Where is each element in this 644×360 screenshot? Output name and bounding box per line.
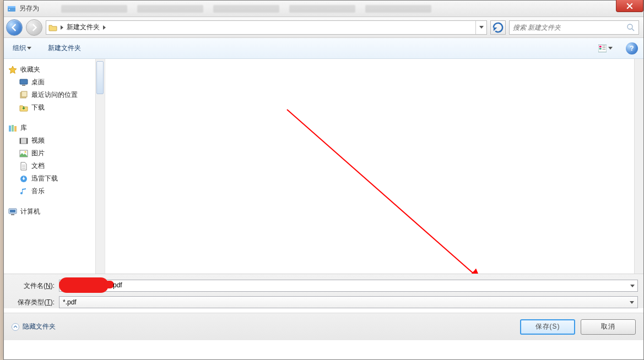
close-icon xyxy=(626,3,633,9)
tree-node-desktop[interactable]: 桌面 xyxy=(8,76,105,89)
library-icon xyxy=(8,124,17,133)
star-icon xyxy=(8,66,17,74)
tree-node-computer[interactable]: 计算机 xyxy=(8,205,105,218)
cancel-button[interactable]: 取消 xyxy=(581,319,636,335)
tree-node-favorites[interactable]: 收藏夹 xyxy=(8,63,105,76)
filetype-dropdown-icon xyxy=(627,298,636,307)
folder-icon xyxy=(48,23,57,32)
new-folder-label: 新建文件夹 xyxy=(48,43,81,53)
save-button[interactable]: 保存(S) xyxy=(520,319,575,335)
file-list-area[interactable] xyxy=(105,59,643,274)
save-as-dialog: 另存为 新建文件夹 组织 xyxy=(3,0,644,360)
xunlei-label: 迅雷下载 xyxy=(31,174,58,183)
refresh-button[interactable] xyxy=(490,20,506,35)
document-label: 文档 xyxy=(31,161,45,171)
svg-point-2 xyxy=(9,9,10,10)
tree-node-picture[interactable]: 图片 xyxy=(8,147,105,160)
address-dropdown[interactable] xyxy=(475,21,486,34)
svg-line-4 xyxy=(632,29,634,31)
view-options-button[interactable] xyxy=(598,42,613,55)
svg-rect-8 xyxy=(603,46,606,46)
sidebar: 收藏夹 桌面 最近访问的位置 下载 xyxy=(4,59,105,274)
filename-input[interactable] xyxy=(59,280,638,292)
filetype-label: 保存类型(T): xyxy=(9,298,59,307)
scrollbar-thumb[interactable] xyxy=(96,61,104,94)
breadcrumb-sep-2 xyxy=(102,24,107,31)
tree-node-music[interactable]: 音乐 xyxy=(8,185,105,198)
help-icon: ? xyxy=(630,45,634,52)
tree-node-libraries[interactable]: 库 xyxy=(8,122,105,134)
tree-node-downloads[interactable]: 下载 xyxy=(8,101,105,114)
close-button[interactable] xyxy=(616,0,643,12)
filename-label: 文件名(N): xyxy=(9,281,59,291)
help-button[interactable]: ? xyxy=(626,42,638,54)
document-icon xyxy=(19,162,28,171)
search-icon xyxy=(626,23,635,32)
nav-back-button[interactable] xyxy=(6,19,23,36)
nav-forward-button[interactable] xyxy=(26,19,42,36)
picture-label: 图片 xyxy=(31,149,45,158)
new-folder-button[interactable]: 新建文件夹 xyxy=(45,41,84,55)
video-icon xyxy=(19,137,28,145)
computer-label: 计算机 xyxy=(20,207,40,216)
svg-rect-28 xyxy=(10,210,15,212)
video-label: 视频 xyxy=(31,136,45,145)
libraries-label: 库 xyxy=(20,123,27,133)
svg-rect-18 xyxy=(20,138,28,144)
picture-icon xyxy=(19,149,28,158)
nav-tree: 收藏夹 桌面 最近访问的位置 下载 xyxy=(4,59,105,222)
svg-point-3 xyxy=(627,24,632,29)
svg-rect-7 xyxy=(599,48,602,50)
background-tabs xyxy=(61,5,431,13)
refresh-icon xyxy=(491,20,505,35)
save-form: 文件名(N): pdf 保存类型(T): *.pdf xyxy=(4,274,643,308)
search-box[interactable] xyxy=(509,20,639,35)
main-area: 收藏夹 桌面 最近访问的位置 下载 xyxy=(4,59,643,274)
filename-field-wrap: pdf xyxy=(59,280,638,292)
hide-folders-toggle[interactable]: 隐藏文件夹 xyxy=(12,322,56,331)
svg-rect-14 xyxy=(21,91,27,97)
view-icon xyxy=(598,45,607,52)
address-bar[interactable]: 新建文件夹 xyxy=(46,20,487,35)
tree-node-document[interactable]: 文档 xyxy=(8,160,105,172)
svg-rect-11 xyxy=(20,79,28,84)
svg-rect-17 xyxy=(14,126,17,132)
svg-rect-20 xyxy=(26,138,28,144)
app-icon xyxy=(7,4,16,13)
xunlei-icon xyxy=(19,174,28,183)
svg-rect-29 xyxy=(11,214,14,215)
tree-node-recent[interactable]: 最近访问的位置 xyxy=(8,89,105,101)
breadcrumb-sep xyxy=(59,24,64,31)
cancel-label: 取消 xyxy=(601,322,615,331)
svg-rect-6 xyxy=(599,46,602,47)
breadcrumb-item[interactable]: 新建文件夹 xyxy=(67,23,100,32)
tree-node-xunlei[interactable]: 迅雷下载 xyxy=(8,172,105,185)
chevron-down-icon xyxy=(27,47,31,50)
svg-rect-15 xyxy=(9,126,11,132)
organize-menu[interactable]: 组织 xyxy=(9,41,35,55)
organize-label: 组织 xyxy=(13,43,26,53)
arrow-left-icon xyxy=(10,24,18,31)
filetype-select[interactable]: *.pdf xyxy=(59,296,638,308)
favorites-label: 收藏夹 xyxy=(20,65,40,74)
svg-rect-9 xyxy=(603,47,606,48)
svg-line-30 xyxy=(287,110,480,274)
titlebar: 另存为 xyxy=(4,1,643,17)
sidebar-scrollbar[interactable] xyxy=(95,59,105,274)
nav-bar: 新建文件夹 xyxy=(4,17,643,38)
file-scrollbar[interactable] xyxy=(634,59,643,274)
tree-node-video[interactable]: 视频 xyxy=(8,134,105,147)
svg-point-22 xyxy=(25,151,26,152)
filename-redaction xyxy=(59,277,109,293)
tree-group-computer: 计算机 xyxy=(8,205,105,218)
filename-row: 文件名(N): pdf xyxy=(9,280,638,292)
tree-group-libraries: 库 视频 图片 文档 迅 xyxy=(8,122,105,198)
svg-rect-19 xyxy=(20,138,21,144)
recent-label: 最近访问的位置 xyxy=(31,90,78,100)
window-title: 另存为 xyxy=(19,4,39,13)
downloads-label: 下载 xyxy=(31,103,45,112)
filename-dropdown[interactable] xyxy=(628,281,637,290)
hide-folders-label: 隐藏文件夹 xyxy=(23,322,56,331)
search-input[interactable] xyxy=(513,24,626,31)
filetype-value: *.pdf xyxy=(63,298,77,306)
